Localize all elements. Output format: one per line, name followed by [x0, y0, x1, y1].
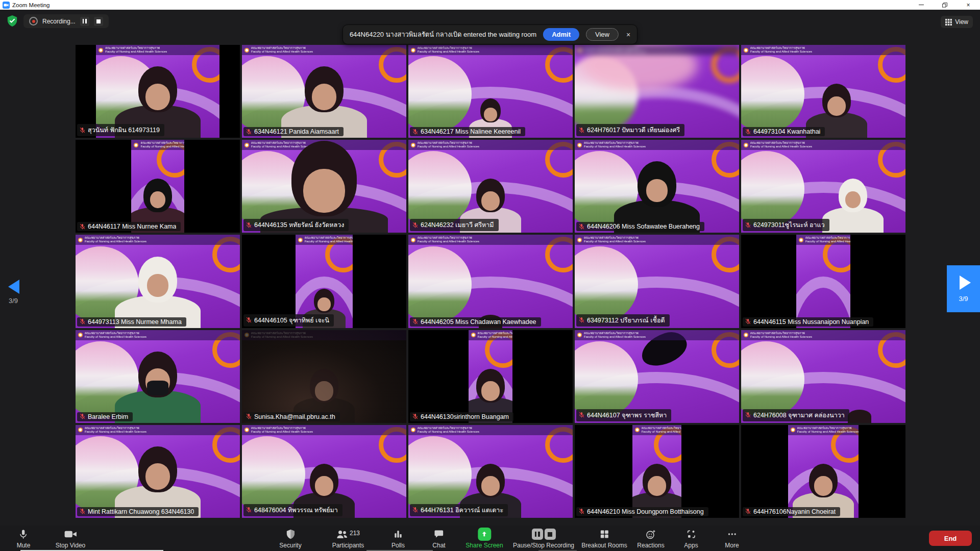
participant-tile[interactable]: คณะพยาบาลศาสตร์และวิทยาการสุขภาพFaculty …	[741, 330, 905, 423]
participant-tile[interactable]: คณะพยาบาลศาสตร์และวิทยาการสุขภาพFaculty …	[408, 45, 573, 138]
participant-name-tag: 644973104 Kwanhathai	[743, 127, 825, 136]
pause-stop-recording-button[interactable]: Pause/Stop Recording	[513, 528, 574, 549]
participant-tile[interactable]: คณะพยาบาลศาสตร์และวิทยาการสุขภาพFaculty …	[242, 140, 406, 233]
participant-name: 644N46205 Miss Chadawan Kaewhadee	[421, 318, 536, 325]
admit-button[interactable]: Admit	[543, 28, 579, 41]
faculty-banner: คณะพยาบาลศาสตร์และวิทยาการสุขภาพFaculty …	[242, 425, 406, 435]
participants-button[interactable]: 213 Participants	[332, 528, 364, 549]
participant-tile[interactable]: คณะพยาบาลศาสตร์และวิทยาการสุขภาพFaculty …	[575, 140, 739, 233]
previous-page-arrow[interactable]	[8, 280, 19, 294]
security-button[interactable]: Security	[279, 528, 301, 549]
end-meeting-button[interactable]: End	[929, 531, 972, 546]
faculty-banner-text: คณะพยาบาลศาสตร์และวิทยาการสุขภาพFaculty …	[251, 427, 313, 434]
recording-label: Recording...	[42, 18, 76, 25]
participant-tile[interactable]: คณะพยาบาลศาสตร์และวิทยาการสุขภาพFaculty …	[76, 330, 240, 423]
participant-silhouette	[848, 410, 871, 423]
faculty-logo-icon	[134, 143, 138, 147]
participant-tile[interactable]: คณะพยาบาลศาสตร์และวิทยาการสุขภาพFaculty …	[741, 140, 905, 233]
mute-button[interactable]: Mute	[17, 528, 31, 549]
view-waiting-button[interactable]: View	[586, 28, 619, 41]
participant-tile[interactable]: คณะพยาบาลศาสตร์และวิทยาการสุขภาพFaculty …	[741, 45, 905, 138]
restore-button[interactable]	[933, 0, 957, 10]
participant-tile[interactable]: คณะพยาบาลศาสตร์และวิทยาการสุขภาพFaculty …	[242, 235, 406, 328]
breakout-rooms-label: Breakout Rooms	[581, 542, 627, 549]
participant-tile[interactable]: คณะพยาบาลศาสตร์และวิทยาการสุขภาพFaculty …	[76, 425, 240, 518]
polls-button[interactable]: Polls	[391, 528, 405, 549]
faculty-banner: คณะพยาบาลศาสตร์และวิทยาการสุขภาพFaculty …	[408, 45, 573, 55]
participant-tile[interactable]: คณะพยาบาลศาสตร์และวิทยาการสุขภาพFaculty …	[408, 140, 573, 233]
mic-muted-icon	[412, 129, 419, 135]
participant-video: คณะพยาบาลศาสตร์และวิทยาการสุขภาพFaculty …	[575, 140, 739, 233]
participant-tile[interactable]: คณะพยาบาลศาสตร์และวิทยาการสุขภาพFaculty …	[741, 425, 905, 518]
faculty-logo-icon	[577, 48, 582, 53]
reactions-icon	[646, 528, 656, 540]
faculty-banner: คณะพยาบาลศาสตร์และวิทยาการสุขภาพFaculty …	[788, 425, 859, 435]
participant-name-tag: 644N46206 Miss Sofawatee Bueraheng	[576, 222, 704, 231]
apps-button[interactable]: Apps	[684, 528, 698, 549]
participant-tile[interactable]: คณะพยาบาลศาสตร์และวิทยาการสุขภาพFaculty …	[741, 235, 905, 328]
participant-name-tag: 634973112 ปรียาภรณ์ เชื้อดี	[576, 314, 670, 327]
meeting-info-shield-icon[interactable]	[7, 15, 18, 29]
mic-muted-icon	[79, 127, 86, 134]
mic-muted-icon	[412, 507, 419, 513]
mic-muted-icon	[745, 222, 751, 229]
mic-muted-icon	[412, 222, 419, 229]
faculty-logo-icon	[244, 48, 249, 53]
participant-tile[interactable]: คณะพยาบาลศาสตร์และวิทยาการสุขภาพFaculty …	[575, 330, 739, 423]
chat-icon	[433, 528, 444, 540]
toast-close-icon[interactable]: ×	[626, 31, 630, 39]
faculty-banner: คณะพยาบาลศาสตร์และวิทยาการสุขภาพFaculty …	[76, 425, 240, 435]
participant-tile[interactable]: คณะพยาบาลศาสตร์และวิทยาการสุขภาพFaculty …	[408, 425, 573, 518]
faculty-logo-icon	[577, 238, 582, 242]
faculty-logo-icon	[635, 428, 640, 432]
participant-tile[interactable]: คณะพยาบาลศาสตร์และวิทยาการสุขภาพFaculty …	[76, 45, 240, 138]
share-screen-button[interactable]: Share Screen	[465, 528, 503, 549]
virtual-background: คณะพยาบาลศาสตร์และวิทยาการสุขภาพFaculty …	[408, 235, 573, 328]
participant-tile[interactable]: คณะพยาบาลศาสตร์และวิทยาการสุขภาพFaculty …	[575, 235, 739, 328]
reactions-button[interactable]: Reactions	[637, 528, 664, 549]
participant-tile[interactable]: คณะพยาบาลศาสตร์และวิทยาการสุขภาพFaculty …	[242, 425, 406, 518]
more-button[interactable]: More	[725, 528, 739, 549]
participant-video: คณะพยาบาลศาสตร์และวิทยาการสุขภาพFaculty …	[408, 235, 573, 328]
participant-name: 624973011ซูไรนะห์ อาแว	[753, 220, 825, 230]
waiting-room-notification: 644N64220 นางสาวพิมลรัตน์ กลางเบิด enter…	[342, 24, 638, 44]
pause-recording-icon	[531, 529, 543, 540]
page-indicator-left: 3/9	[9, 297, 18, 305]
participant-name-tag: Sunisa.Kha@mail.pbru.ac.th	[243, 412, 340, 421]
participant-tile[interactable]: คณะพยาบาลศาสตร์และวิทยาการสุขภาพFaculty …	[242, 330, 406, 423]
faculty-banner-text: คณะพยาบาลศาสตร์และวิทยาการสุขภาพFaculty …	[750, 332, 812, 339]
view-layout-button[interactable]: View	[941, 16, 973, 28]
minimize-button[interactable]	[910, 0, 933, 10]
participant-tile[interactable]: คณะพยาบาลศาสตร์และวิทยาการสุขภาพFaculty …	[575, 45, 739, 138]
participant-tile[interactable]: คณะพยาบาลศาสตร์และวิทยาการสุขภาพFaculty …	[242, 45, 406, 138]
participant-name: 634N46121 Panida Aiamsaart	[254, 128, 339, 135]
mic-muted-icon	[79, 223, 86, 230]
stop-video-button[interactable]: Stop Video	[56, 528, 86, 549]
more-label: More	[725, 542, 739, 549]
share-screen-label: Share Screen	[465, 542, 503, 549]
faculty-logo-icon	[577, 333, 582, 337]
participant-tile[interactable]: คณะพยาบาลศาสตร์และวิทยาการสุขภาพFaculty …	[76, 235, 240, 328]
faculty-banner: คณะพยาบาลศาสตร์และวิทยาการสุขภาพFaculty …	[408, 140, 573, 150]
participant-tile[interactable]: คณะพยาบาลศาสตร์และวิทยาการสุขภาพFaculty …	[575, 425, 739, 518]
chat-button[interactable]: Chat	[432, 528, 445, 549]
participant-name: 644N46115 Miss Nussanaipon Nuanpian	[753, 318, 869, 325]
next-page-button[interactable]: 3/9	[947, 265, 980, 312]
participant-tile[interactable]: คณะพยาบาลศาสตร์และวิทยาการสุขภาพFaculty …	[408, 330, 573, 423]
faculty-banner: คณะพยาบาลศาสตร์และวิทยาการสุขภาพFaculty …	[741, 140, 905, 150]
close-button[interactable]: ×	[957, 0, 980, 10]
apps-label: Apps	[684, 542, 698, 549]
mic-muted-icon	[578, 508, 585, 515]
chat-label: Chat	[432, 542, 445, 549]
participant-tile[interactable]: คณะพยาบาลศาสตร์และวิทยาการสุขภาพFaculty …	[408, 235, 573, 328]
participant-name-tag: 644N46107 จุฑาพร ราชสีหา	[576, 409, 671, 421]
recording-indicator: Recording...	[23, 14, 109, 28]
participant-tile[interactable]: คณะพยาบาลศาสตร์และวิทยาการสุขภาพFaculty …	[76, 140, 240, 233]
pause-recording-button[interactable]	[80, 17, 89, 26]
participant-name: 634N46217 Miss Nalinee Keereenil	[421, 128, 521, 135]
mic-muted-icon	[578, 412, 585, 418]
faculty-logo-icon	[577, 143, 582, 147]
faculty-banner-text: คณะพยาบาลศาสตร์และวิทยาการสุขภาพFaculty …	[642, 427, 682, 434]
breakout-rooms-button[interactable]: Breakout Rooms	[581, 528, 627, 549]
stop-recording-button[interactable]	[94, 17, 103, 26]
